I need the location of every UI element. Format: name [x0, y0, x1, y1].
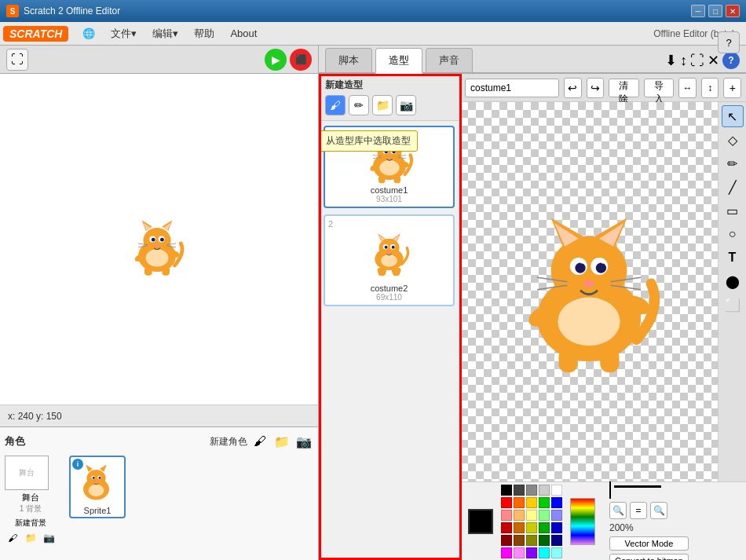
- costume-camera-button[interactable]: 📷: [396, 95, 416, 115]
- costume-item-2[interactable]: 2: [324, 214, 455, 306]
- undo-button[interactable]: ↩: [564, 78, 582, 98]
- sprites-panel: 角色 新建角色 🖌 📁 📷 舞台 舞台 1 背景 新建背景 🖌: [0, 426, 318, 560]
- color-lightyellow[interactable]: [526, 510, 537, 521]
- menu-file[interactable]: 文件▾: [103, 24, 144, 44]
- stage-view-button[interactable]: ⛶: [6, 49, 28, 71]
- flip-h-button[interactable]: ↔: [678, 78, 697, 98]
- drawing-canvas[interactable]: [460, 102, 718, 481]
- color-darkgreen[interactable]: [539, 522, 550, 533]
- svg-point-10: [155, 244, 159, 247]
- fill-tool-button[interactable]: ⬤: [722, 270, 744, 292]
- pencil-tool-button[interactable]: ✏: [722, 152, 744, 174]
- new-sprite-paint-button[interactable]: 🖌: [250, 432, 269, 451]
- minimize-button[interactable]: ─: [691, 5, 705, 17]
- nav-arrows-icon[interactable]: ↕: [680, 53, 687, 69]
- reshape-tool-button[interactable]: ◇: [722, 129, 744, 151]
- green-flag-button[interactable]: ▶: [265, 49, 287, 71]
- nav-arrows2-icon[interactable]: ✕: [708, 52, 719, 69]
- color-row-5: [501, 535, 562, 546]
- tab-scripts[interactable]: 脚本: [325, 48, 372, 72]
- color-lightgreen[interactable]: [539, 510, 550, 521]
- costume-edit-button[interactable]: ✏: [349, 95, 369, 115]
- stop-button[interactable]: ⬛: [290, 49, 312, 71]
- vector-mode-button[interactable]: Vector Mode: [609, 536, 689, 551]
- costume-paint-button[interactable]: 🖌: [325, 95, 346, 115]
- nav-fullscreen-icon[interactable]: ⛶: [690, 53, 704, 69]
- zoom-in-button[interactable]: 🔍: [609, 502, 627, 519]
- sprite-info-icon[interactable]: i: [72, 459, 83, 470]
- new-bg-camera-button[interactable]: 📷: [41, 530, 57, 546]
- new-bg-file-button[interactable]: 📁: [23, 530, 38, 546]
- color-pink[interactable]: [514, 547, 525, 558]
- nav-down-icon[interactable]: ⬇: [665, 52, 677, 69]
- text-tool-button[interactable]: T: [722, 247, 744, 269]
- convert-bitmap-button[interactable]: Convert to bitmap: [609, 554, 689, 561]
- sprite-name: Sprite1: [72, 506, 123, 515]
- color-vdarkred[interactable]: [501, 535, 512, 546]
- rainbow-color-bar[interactable]: [570, 498, 595, 545]
- new-bg-paint-button[interactable]: 🖌: [5, 530, 20, 546]
- color-magenta[interactable]: [501, 547, 512, 558]
- svg-point-60: [388, 251, 391, 253]
- color-gray[interactable]: [526, 485, 537, 496]
- color-navy[interactable]: [551, 535, 562, 546]
- color-black[interactable]: [501, 485, 512, 496]
- menu-help[interactable]: 帮助: [186, 24, 222, 44]
- flip-v-button[interactable]: ↕: [701, 78, 719, 98]
- color-blue[interactable]: [551, 497, 562, 508]
- color-lightcyan[interactable]: [551, 547, 562, 558]
- zoom-equals-button[interactable]: =: [630, 502, 647, 519]
- eraser-tool-button[interactable]: ⬜: [722, 294, 744, 316]
- nav-help-icon[interactable]: ?: [722, 52, 740, 69]
- coords-text: x: 240 y: 150: [8, 411, 62, 422]
- color-red[interactable]: [501, 497, 512, 508]
- sprites-list: 舞台 舞台 1 背景 新建背景 🖌 📁 📷 i: [5, 456, 313, 546]
- color-green[interactable]: [539, 497, 550, 508]
- menu-about[interactable]: About: [222, 24, 265, 42]
- svg-point-58: [385, 245, 388, 248]
- color-olive[interactable]: [526, 535, 537, 546]
- tab-sounds[interactable]: 声音: [426, 48, 473, 72]
- color-vdarkgreen[interactable]: [539, 535, 550, 546]
- costume-size-1: 93x101: [328, 195, 450, 203]
- help-question-button[interactable]: ?: [718, 31, 740, 53]
- new-sprite-camera-button[interactable]: 📷: [294, 432, 313, 451]
- add-button[interactable]: +: [723, 78, 741, 98]
- color-white[interactable]: [551, 485, 562, 496]
- tab-costumes[interactable]: 造型: [375, 48, 422, 74]
- circle-tool-button[interactable]: ○: [722, 223, 744, 245]
- color-swatch-black[interactable]: [468, 509, 493, 534]
- color-orange[interactable]: [514, 497, 525, 508]
- zoom-out-button[interactable]: 🔍: [650, 502, 667, 519]
- color-lightred[interactable]: [501, 510, 512, 521]
- color-lightblue[interactable]: [551, 510, 562, 521]
- color-yellow[interactable]: [526, 497, 537, 508]
- color-darkyellow[interactable]: [526, 522, 537, 533]
- color-darkorange[interactable]: [514, 522, 525, 533]
- clear-button[interactable]: 清除: [609, 79, 639, 97]
- color-brown[interactable]: [514, 535, 525, 546]
- menu-globe[interactable]: 🌐: [75, 24, 103, 42]
- redo-button[interactable]: ↪: [587, 78, 605, 98]
- rect-tool-button[interactable]: ▭: [722, 199, 744, 221]
- color-cyan[interactable]: [539, 547, 550, 558]
- color-darkblue[interactable]: [551, 522, 562, 533]
- coordinates-bar: x: 240 y: 150: [0, 404, 318, 426]
- costume-name-input[interactable]: [465, 79, 559, 97]
- color-purple[interactable]: [526, 547, 537, 558]
- color-lightgray[interactable]: [539, 485, 550, 496]
- color-darkgray[interactable]: [514, 485, 525, 496]
- new-sprite-controls: 新建角色 🖌 📁 📷: [210, 432, 313, 451]
- import-button[interactable]: 导入: [644, 79, 675, 97]
- select-tool-button[interactable]: ↖: [722, 105, 744, 127]
- maximize-button[interactable]: □: [708, 5, 722, 17]
- color-lightorange[interactable]: [514, 510, 525, 521]
- color-darkred[interactable]: [501, 522, 512, 533]
- close-button[interactable]: ✕: [726, 5, 740, 17]
- line-tool-button[interactable]: ╱: [722, 176, 744, 198]
- costume-file-button[interactable]: 📁: [372, 95, 393, 115]
- tab-extra-icons: ?: [718, 31, 740, 53]
- sprite1-thumbnail[interactable]: i Sprit: [69, 456, 126, 518]
- new-sprite-file-button[interactable]: 📁: [272, 432, 291, 451]
- menu-edit[interactable]: 编辑▾: [144, 24, 186, 44]
